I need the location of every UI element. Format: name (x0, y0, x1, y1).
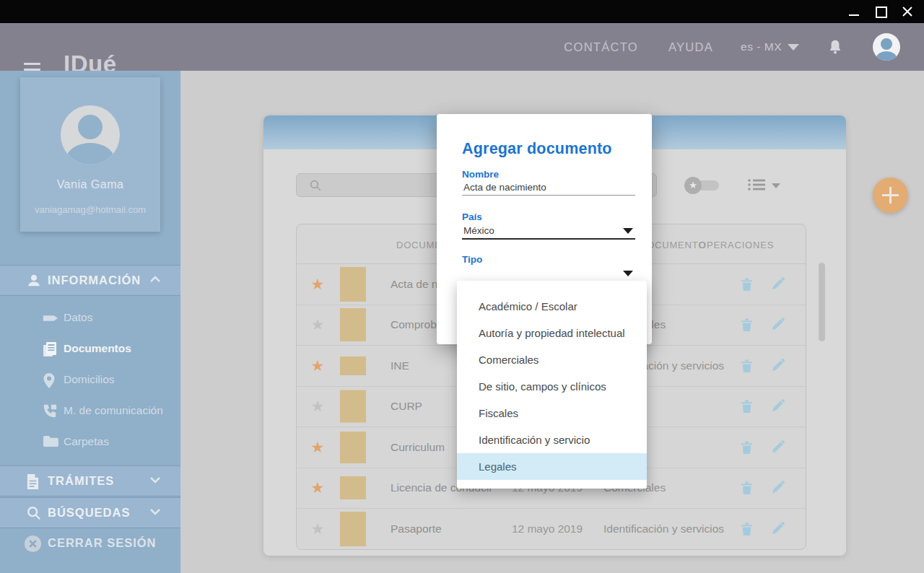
help-link[interactable]: AYUDA (668, 40, 713, 54)
chevron-up-icon (149, 275, 161, 284)
star-icon[interactable] (309, 520, 326, 538)
avatar-body (876, 51, 897, 61)
list-view-selector[interactable] (747, 178, 780, 193)
chevron-down-icon (772, 183, 780, 188)
delete-icon[interactable] (741, 522, 753, 536)
sidebar-item-carpetas[interactable]: Carpetas (0, 427, 180, 458)
sidebar-section-label: BÚSQUEDAS (48, 506, 130, 520)
document-name: Curriculum (391, 441, 445, 454)
pais-label: País (462, 211, 482, 222)
document-thumbnail[interactable] (340, 267, 366, 302)
edit-icon[interactable] (771, 318, 785, 332)
edit-icon[interactable] (771, 399, 785, 414)
document-thumbnail[interactable] (340, 308, 366, 341)
modal-title: Agregar documento (462, 140, 612, 158)
location-pin-icon (42, 372, 56, 389)
delete-icon[interactable] (741, 318, 753, 332)
tipo-option[interactable]: Autoría y propiedad intelectual (457, 320, 647, 346)
delete-icon[interactable] (741, 277, 753, 292)
minimize-button[interactable] (842, 0, 866, 23)
favorites-filter-toggle[interactable]: ★ (684, 177, 719, 194)
tipo-option[interactable]: Académico / Escolar (457, 293, 647, 320)
user-avatar[interactable] (873, 33, 900, 61)
documents-icon (42, 341, 58, 358)
nombre-input[interactable]: Acta de nacimiento (463, 182, 546, 193)
profile-card: Vania Gama vaniagamag@hotmail.com (20, 77, 160, 232)
language-selector[interactable]: es - MX (741, 40, 799, 53)
sidebar-section-label: INFORMACIÓN (48, 274, 141, 287)
document-type: Identificación y servicios (603, 522, 724, 535)
notifications-bell-icon[interactable] (828, 39, 842, 55)
edit-icon[interactable] (771, 359, 785, 373)
profile-name: Vania Gama (20, 178, 160, 191)
search-icon (26, 505, 42, 521)
chevron-down-icon[interactable] (623, 228, 633, 234)
tipo-option[interactable]: De sitio, campos y clínicos (457, 373, 647, 400)
sidebar-section-tramites[interactable]: TRÁMITES (0, 465, 180, 497)
document-thumbnail[interactable] (340, 432, 366, 463)
sidebar-section-label: TRÁMITES (48, 474, 114, 488)
delete-icon[interactable] (741, 481, 753, 495)
delete-icon[interactable] (741, 359, 753, 373)
tipo-option[interactable]: Fiscales (457, 400, 647, 427)
star-icon[interactable] (309, 479, 326, 497)
document-name: Pasaporte (391, 522, 442, 535)
tipo-label: Tipo (462, 254, 482, 265)
folder-icon (42, 434, 58, 448)
sidebar-item-datos[interactable]: Datos (0, 303, 180, 334)
sidebar-item-comunicacion[interactable]: M. de comunicación (0, 396, 180, 427)
chevron-down-icon (149, 507, 161, 516)
star-icon[interactable] (309, 316, 326, 333)
nombre-underline (462, 195, 635, 196)
star-icon[interactable] (309, 276, 326, 293)
sidebar-section-busquedas[interactable]: BÚSQUEDAS (0, 497, 180, 528)
tipo-option[interactable]: Identificación y servicio (457, 427, 647, 453)
close-button[interactable] (895, 0, 920, 23)
sidebar-item-domicilios[interactable]: Domicilios (0, 365, 180, 396)
add-document-button[interactable] (873, 178, 908, 213)
id-card-icon (42, 310, 59, 326)
edit-icon[interactable] (771, 440, 785, 455)
delete-icon[interactable] (741, 440, 753, 455)
close-circle-icon (23, 534, 43, 554)
star-icon: ★ (684, 177, 702, 194)
edit-icon[interactable] (771, 522, 785, 536)
maximize-button[interactable] (868, 0, 893, 23)
document-name: CURP (391, 400, 422, 413)
language-label: es - MX (741, 40, 782, 53)
document-thumbnail[interactable] (340, 390, 366, 423)
document-date: 12 mayo 2019 (506, 522, 588, 535)
window-titlebar (0, 0, 924, 23)
tipo-dropdown: Académico / Escolar Autoría y propiedad … (457, 281, 647, 489)
sidebar-item-documentos[interactable]: Documentos (0, 334, 180, 365)
star-icon[interactable] (309, 439, 326, 456)
search-icon (309, 179, 322, 192)
table-scrollbar[interactable] (819, 263, 825, 341)
star-icon[interactable] (309, 357, 326, 375)
user-icon (26, 273, 42, 289)
sidebar-item-logout[interactable]: CERRAR SESIÓN (0, 528, 180, 560)
document-thumbnail[interactable] (340, 476, 366, 499)
app-header: IDué DILIGENCE AUTHENTICATION CONTÁCTO A… (0, 23, 924, 71)
edit-icon[interactable] (771, 481, 785, 495)
chevron-down-icon (788, 44, 799, 51)
document-thumbnail[interactable] (340, 357, 366, 375)
star-icon[interactable] (309, 398, 326, 415)
sidebar-section-informacion[interactable]: INFORMACIÓN (0, 265, 180, 296)
profile-email: vaniagamag@hotmail.com (20, 204, 160, 215)
profile-avatar (61, 105, 120, 165)
pais-select[interactable]: México (463, 225, 494, 236)
phone-icon (42, 403, 58, 419)
logout-label: CERRAR SESIÓN (48, 536, 157, 550)
avatar-head (881, 38, 892, 50)
contact-link[interactable]: CONTÁCTO (564, 40, 638, 54)
edit-icon[interactable] (771, 277, 785, 292)
tipo-option[interactable]: Legales (457, 453, 647, 480)
chevron-down-icon[interactable] (623, 271, 633, 276)
document-thumbnail[interactable] (340, 512, 366, 546)
table-row: Pasaporte 12 mayo 2019 Identificación y … (297, 509, 806, 550)
document-name: INE (391, 359, 409, 372)
delete-icon[interactable] (741, 399, 753, 414)
app-window: IDué DILIGENCE AUTHENTICATION CONTÁCTO A… (0, 0, 924, 573)
tipo-option[interactable]: Comerciales (457, 346, 647, 373)
